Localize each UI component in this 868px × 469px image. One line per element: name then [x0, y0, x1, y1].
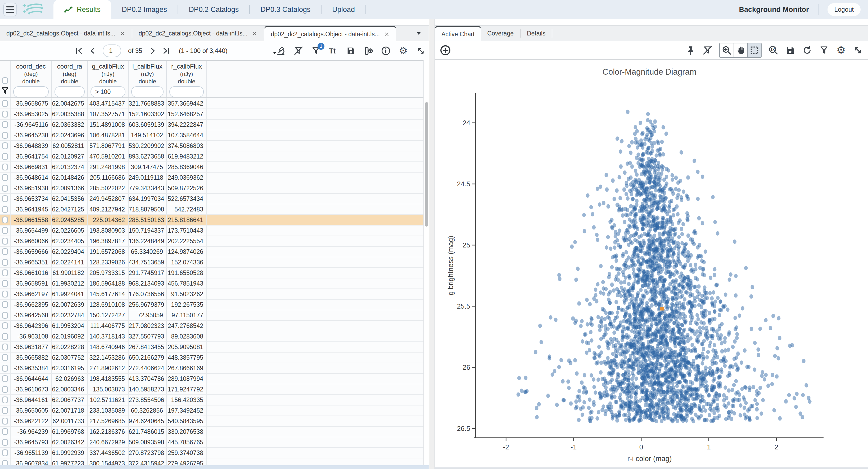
filter-clear-button[interactable]	[293, 45, 304, 56]
table-row[interactable]: -36.966219761.9924041145.6177614176.0736…	[0, 289, 424, 300]
row-checkbox[interactable]	[2, 280, 8, 287]
table-row[interactable]: -36.965193862.0091366285.5022022779.3433…	[0, 183, 424, 194]
page-input[interactable]	[103, 44, 121, 57]
add-column-button[interactable]	[363, 45, 374, 56]
column-filter-input[interactable]	[131, 86, 163, 97]
row-checkbox[interactable]	[2, 270, 8, 276]
table-horizontal-scrollbar[interactable]	[0, 465, 429, 469]
tab-list-dropdown[interactable]	[411, 26, 426, 41]
row-checkbox[interactable]	[2, 344, 8, 350]
table-row[interactable]: -36.965373462.0415356249.9452807634.1997…	[0, 194, 424, 204]
document-tab[interactable]: dp02_dc2_catalogs.Object - data-int.ls..…	[0, 26, 132, 41]
table-row[interactable]: -36.963187762.0228228148.6740946267.8413…	[0, 342, 424, 352]
document-tab[interactable]: dp02_dc2_catalogs.Object - data-int.ls..…	[265, 26, 396, 41]
table-row[interactable]: -36.966535162.0224141128.2339026434.7513…	[0, 257, 424, 268]
row-checkbox[interactable]	[2, 206, 8, 213]
column-header-i_calibFlux[interactable]: i_calibFlux (nJy) double	[129, 61, 167, 97]
settings-button[interactable]: ⚙	[398, 45, 409, 56]
table-row[interactable]: -36.964883962.0052811571.8067791530.2209…	[0, 141, 424, 151]
color-magnitude-chart[interactable]: Color-Magnitude Diagram2424.52525.52626.…	[435, 60, 868, 469]
row-checkbox[interactable]	[2, 174, 8, 181]
table-row[interactable]: -36.965859161.9930212186.5964188968.2134…	[0, 278, 424, 289]
table-row[interactable]: -36.962212262.0011733217.5269685974.6240…	[0, 416, 424, 427]
save-button[interactable]	[785, 45, 796, 56]
row-checkbox[interactable]	[2, 238, 8, 245]
filter-clear-button[interactable]	[702, 45, 713, 56]
table-row[interactable]: -36.964239661.9953204111.4406775217.0802…	[0, 321, 424, 332]
table-row[interactable]: -36.964861462.0148426205.1166686249.0119…	[0, 173, 424, 183]
row-checkbox[interactable]	[2, 322, 8, 329]
table-row[interactable]: -36.964256862.0232784150.127242772.95059…	[0, 310, 424, 321]
table-row[interactable]: -36.96310862.0196092140.3718143327.55077…	[0, 332, 424, 342]
add-chart-button[interactable]	[440, 45, 451, 56]
restore-button[interactable]	[802, 45, 812, 56]
table-row[interactable]: -36.963538462.0316195271.8902612272.4406…	[0, 363, 424, 374]
table-row[interactable]: -36.966006662.0234405196.3897817136.2248…	[0, 236, 424, 247]
row-checkbox[interactable]	[2, 460, 8, 465]
table-row[interactable]: -36.966588262.0307752322.1453286650.2166…	[0, 352, 424, 363]
document-tab[interactable]: Details	[521, 26, 552, 41]
pin-button[interactable]	[685, 45, 696, 56]
row-checkbox[interactable]	[2, 121, 8, 128]
scrollbar-thumb[interactable]	[425, 102, 428, 226]
row-checkbox[interactable]	[2, 259, 8, 266]
table-row[interactable]: -36.965113961.9992939337.4436502270.8723…	[0, 448, 424, 459]
info-button[interactable]	[380, 45, 391, 56]
filter-row-icon[interactable]	[1, 87, 9, 97]
row-checkbox[interactable]	[2, 418, 8, 425]
table-row[interactable]: -36.965966662.0229404191.657206865.33402…	[0, 247, 424, 257]
close-tab-icon[interactable]	[120, 30, 125, 36]
row-checkbox[interactable]	[2, 312, 8, 319]
row-checkbox[interactable]	[2, 301, 8, 308]
row-checkbox[interactable]	[2, 291, 8, 298]
column-filter-input[interactable]	[13, 86, 49, 97]
table-row[interactable]: -36.964579362.0026342240.6672929509.0893…	[0, 437, 424, 448]
column-filter-input[interactable]	[55, 86, 85, 97]
close-tab-icon[interactable]	[384, 31, 390, 37]
select-area-button[interactable]	[747, 43, 761, 57]
table-row[interactable]: -36.964523862.0243696106.4878281149.5141…	[0, 130, 424, 141]
row-checkbox[interactable]	[2, 217, 8, 223]
background-monitor-button[interactable]: Background Monitor	[730, 5, 818, 14]
document-tab[interactable]: Coverage	[481, 26, 520, 41]
pan-hand-button[interactable]	[734, 43, 747, 57]
prev-page-button[interactable]	[87, 45, 98, 57]
row-checkbox[interactable]	[2, 428, 8, 435]
row-checkbox[interactable]	[2, 439, 8, 446]
expand-button[interactable]	[852, 45, 863, 56]
table-row[interactable]: -36.966101661.9901182205.9733315291.7745…	[0, 268, 424, 278]
table-row[interactable]: -36.960783461.9977223300.1544973372.4315…	[0, 459, 424, 465]
row-checkbox[interactable]	[2, 248, 8, 255]
microscope-button[interactable]	[276, 45, 286, 56]
column-filter-input[interactable]	[169, 86, 204, 97]
document-tab[interactable]: Active Chart	[435, 26, 481, 41]
table-row[interactable]: -36.966239562.0072639128.6910108256.9679…	[0, 300, 424, 310]
settings-button[interactable]: ⚙	[836, 45, 846, 56]
row-checkbox[interactable]	[2, 397, 8, 403]
app-tab-results[interactable]: Results	[54, 0, 111, 19]
app-tab-dp0-2-catalogs[interactable]: DP0.2 Catalogs	[178, 0, 249, 19]
table-vertical-scrollbar[interactable]	[424, 60, 429, 465]
document-tab[interactable]: dp02_dc2_catalogs.Object - data-int.ls..…	[132, 26, 264, 41]
text-view-button[interactable]: Tt	[328, 45, 339, 56]
column-header-g_calibFlux[interactable]: g_calibFlux (nJy) double	[88, 61, 129, 97]
table-row[interactable]: -36.965060562.0071718233.103508960.32628…	[0, 405, 424, 416]
table-row[interactable]: -36.964511662.0363382151.4891008603.6059…	[0, 120, 424, 130]
zoom-original-button[interactable]: 1X	[768, 45, 779, 56]
app-tab-upload[interactable]: Upload	[321, 0, 366, 19]
table-row[interactable]: -36.964194562.0427125409.2127942718.8879…	[0, 204, 424, 215]
app-tab-dp0-2-images[interactable]: DP0.2 Images	[111, 0, 178, 19]
logout-button[interactable]: Logout	[828, 3, 861, 16]
table-row[interactable]: -36.964464462.026963198.4183555413.37047…	[0, 374, 424, 384]
table-row[interactable]: -36.965449962.0226605193.8080903150.7194…	[0, 225, 424, 236]
next-page-button[interactable]	[147, 45, 158, 57]
expand-button[interactable]	[415, 45, 426, 56]
row-checkbox[interactable]	[2, 100, 8, 107]
table-row[interactable]: -36.96423961.9969768162.2136376621.74860…	[0, 427, 424, 437]
filter-applied-button[interactable]: 1	[311, 45, 321, 56]
row-checkbox[interactable]	[2, 354, 8, 361]
table-row[interactable]: -36.966155862.0245285225.014362285.51501…	[0, 215, 424, 225]
save-button[interactable]	[346, 45, 356, 56]
row-checkbox[interactable]	[2, 375, 8, 382]
row-checkbox[interactable]	[2, 132, 8, 139]
